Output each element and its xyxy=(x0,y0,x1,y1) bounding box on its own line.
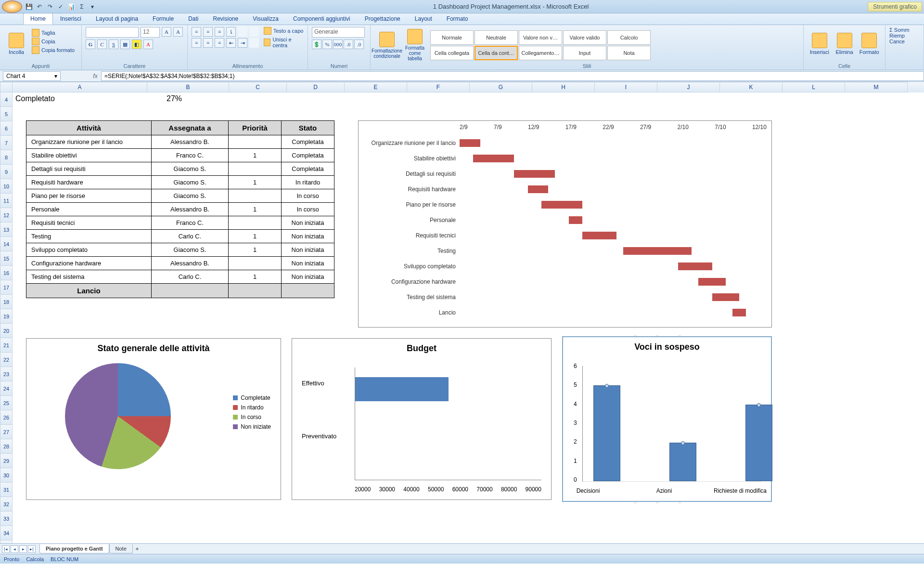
voci-bar[interactable] xyxy=(669,443,696,481)
align-bot-button[interactable]: ≡ xyxy=(215,27,224,37)
select-all-corner[interactable] xyxy=(0,82,13,92)
row-header[interactable]: 28 xyxy=(0,439,13,454)
cut-button[interactable]: Taglia xyxy=(32,29,75,37)
format-painter-button[interactable]: Copia formato xyxy=(32,46,75,54)
paste-button[interactable]: Incolla xyxy=(4,27,29,61)
row-header[interactable]: 23 xyxy=(0,367,13,381)
col-header[interactable]: K xyxy=(720,82,783,92)
row-header[interactable]: 8 xyxy=(0,150,13,165)
tab-dati[interactable]: Dati xyxy=(181,13,205,25)
merge-center-button[interactable]: Unisci e centra xyxy=(264,37,304,48)
fill-button[interactable]: Riemp xyxy=(889,33,920,39)
col-header[interactable]: C xyxy=(229,82,287,92)
align-left-button[interactable]: ≡ xyxy=(192,38,201,48)
new-sheet-icon[interactable]: ✦ xyxy=(135,546,140,552)
style-cell[interactable]: Cella da cont… xyxy=(475,46,518,60)
qat-icon[interactable]: Σ xyxy=(78,3,86,11)
redo-icon[interactable]: ↷ xyxy=(46,3,54,11)
sheet-tab[interactable]: Piano progetto e Gantt xyxy=(39,544,109,553)
currency-button[interactable]: 💲 xyxy=(312,39,321,49)
gantt-bar[interactable] xyxy=(514,170,555,178)
style-cell[interactable]: Nota xyxy=(607,46,651,60)
row-header[interactable]: 16 xyxy=(0,266,13,280)
col-header[interactable]: D xyxy=(287,82,345,92)
pie-chart[interactable]: Stato generale delle attività Completate… xyxy=(26,338,281,500)
dec-decimal-button[interactable]: .0 xyxy=(354,39,364,49)
row-header[interactable]: 33 xyxy=(0,512,13,526)
tab-progettazione[interactable]: Progettazione xyxy=(358,13,408,25)
tab-layout-di-pagina[interactable]: Layout di pagina xyxy=(89,13,145,25)
row-header[interactable]: 34 xyxy=(0,526,13,540)
style-cell[interactable]: Collegamento… xyxy=(519,46,562,60)
border-button[interactable]: ▦ xyxy=(120,39,130,49)
row-header[interactable]: 26 xyxy=(0,410,13,425)
row-header[interactable]: 29 xyxy=(0,454,13,468)
row-header[interactable]: 31 xyxy=(0,483,13,497)
gantt-bar[interactable] xyxy=(623,247,692,255)
row-header[interactable]: 6 xyxy=(0,121,13,136)
row-header[interactable]: 20 xyxy=(0,324,13,338)
clear-button[interactable]: Cance xyxy=(889,39,920,44)
row-header[interactable]: 15 xyxy=(0,251,13,266)
row-header[interactable]: 17 xyxy=(0,280,13,295)
style-cell[interactable]: Calcolo xyxy=(607,30,651,45)
align-center-button[interactable]: ≡ xyxy=(203,38,213,48)
gantt-bar[interactable] xyxy=(582,232,616,239)
gantt-bar[interactable] xyxy=(569,216,582,224)
office-button[interactable] xyxy=(2,0,22,13)
format-cells-button[interactable]: Formato xyxy=(857,27,881,61)
sheet-tab[interactable]: Note xyxy=(109,544,133,553)
qat-icon[interactable]: 📊 xyxy=(67,3,75,11)
indent-dec-button[interactable]: ⇤ xyxy=(226,38,236,48)
format-as-table-button[interactable]: Formatta come tabella xyxy=(402,28,427,62)
comma-button[interactable]: 000 xyxy=(333,39,343,49)
copy-button[interactable]: Copia xyxy=(32,38,75,45)
row-header[interactable]: 10 xyxy=(0,179,13,194)
gantt-bar[interactable] xyxy=(678,263,712,270)
row-header[interactable]: 18 xyxy=(0,295,13,309)
style-cell[interactable]: Cella collegata xyxy=(430,46,474,60)
gantt-bar[interactable] xyxy=(698,278,726,286)
col-header[interactable]: B xyxy=(147,82,229,92)
tab-revisione[interactable]: Revisione xyxy=(205,13,245,25)
tab-componenti-aggiuntivi[interactable]: Componenti aggiuntivi xyxy=(286,13,358,25)
gantt-bar[interactable] xyxy=(473,155,514,162)
align-top-button[interactable]: ≡ xyxy=(192,27,201,37)
tab-visualizza[interactable]: Visualizza xyxy=(245,13,286,25)
row-header[interactable]: 5 xyxy=(0,107,13,121)
align-right-button[interactable]: ≡ xyxy=(215,38,224,48)
orient-button[interactable]: ⤹ xyxy=(226,27,236,37)
underline-button[interactable]: S xyxy=(109,39,118,49)
style-cell[interactable]: Neutrale xyxy=(475,30,518,45)
autosum-button[interactable]: Σ Somm xyxy=(889,27,920,33)
row-headers[interactable]: 4567891011121314151617181920212223242526… xyxy=(0,92,13,555)
row-header[interactable]: 4 xyxy=(0,92,13,107)
col-header[interactable]: G xyxy=(470,82,532,92)
grow-font-button[interactable]: A xyxy=(162,27,171,37)
fill-color-button[interactable]: ◧ xyxy=(132,39,141,49)
row-header[interactable]: 19 xyxy=(0,309,13,324)
gantt-bar[interactable] xyxy=(460,139,480,147)
row-header[interactable]: 11 xyxy=(0,194,13,208)
row-header[interactable]: 12 xyxy=(0,208,13,223)
row-header[interactable]: 32 xyxy=(0,497,13,512)
tab-formule[interactable]: Formule xyxy=(145,13,181,25)
tab-inserisci[interactable]: Inserisci xyxy=(53,13,89,25)
row-header[interactable]: 30 xyxy=(0,468,13,483)
font-name-combo[interactable] xyxy=(86,27,139,38)
budget-bar[interactable] xyxy=(355,377,449,401)
gantt-bar[interactable] xyxy=(541,201,582,209)
next-sheet-icon[interactable]: ▸ xyxy=(19,545,27,553)
percent-button[interactable]: % xyxy=(322,39,332,49)
save-icon[interactable]: 💾 xyxy=(25,3,33,11)
tab-formato[interactable]: Formato xyxy=(439,13,475,25)
col-header[interactable]: J xyxy=(657,82,720,92)
voci-bar[interactable] xyxy=(745,405,772,481)
col-header[interactable]: A xyxy=(13,82,147,92)
qat-icon[interactable]: ✓ xyxy=(57,3,64,11)
style-cell[interactable]: Valore valido xyxy=(563,30,606,45)
worksheet-grid[interactable]: ABCDEFGHIJKLM 45678910111213141516171819… xyxy=(0,82,924,564)
indent-inc-button[interactable]: ⇥ xyxy=(238,38,247,48)
cell-styles-gallery[interactable]: NormaleNeutraleValore non v…Valore valid… xyxy=(430,30,651,60)
delete-cells-button[interactable]: Elimina xyxy=(833,27,857,61)
